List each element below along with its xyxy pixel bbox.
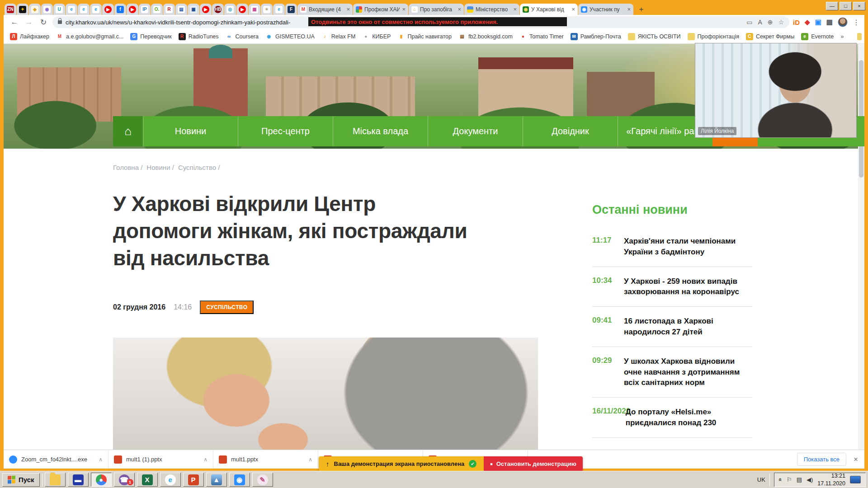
- pinned-tab-ie-4[interactable]: e: [273, 4, 285, 15]
- nav-dokumenty[interactable]: Документи: [428, 116, 523, 146]
- taskbar-viber[interactable]: ☎ 1: [114, 473, 135, 487]
- bookmark-rambler-mail[interactable]: ✉ Рамблер-Почта: [571, 33, 621, 40]
- language-indicator[interactable]: UK: [757, 476, 765, 483]
- diamond-extension-icon[interactable]: ◆: [805, 18, 810, 26]
- bookmark-proforientacia[interactable]: Профорієнтація: [688, 33, 739, 40]
- tab-pro-zapobiga[interactable]: ⌂ Про запобіга ×: [409, 4, 464, 15]
- news-list-item[interactable]: 16/11/2020 До порталу «Helsi.me» приєдна…: [592, 398, 752, 438]
- pinned-tab-echr[interactable]: ▦: [188, 4, 199, 15]
- pinned-tab-ip[interactable]: ІР: [139, 4, 151, 15]
- bookmark-evernote[interactable]: e Evernote: [801, 33, 834, 40]
- other-bookmarks-button[interactable]: Другие закладки: [857, 30, 864, 43]
- pinned-tab-flower[interactable]: ✶: [261, 4, 273, 15]
- tab-gmail-inbox[interactable]: M Входящие (4 ×: [297, 4, 353, 15]
- bookmark-price-navigator[interactable]: ▮ Прайс навигатор: [397, 33, 452, 40]
- pinned-tab-bulb[interactable]: ◉: [41, 4, 53, 15]
- pinned-tab-zn[interactable]: ZN: [5, 4, 16, 15]
- bookmarks-overflow-chevron[interactable]: »: [840, 33, 844, 40]
- reload-button[interactable]: ↻: [38, 18, 49, 27]
- id-extension-icon[interactable]: iD: [793, 19, 800, 26]
- stop-share-button[interactable]: ■ Остановить демонстрацию: [484, 456, 583, 471]
- bookmark-star-icon[interactable]: ☆: [778, 19, 784, 26]
- forward-button[interactable]: →: [24, 18, 34, 27]
- bookmark-yakist-osvity[interactable]: ЯКІСТЬ ОСВІТИ: [628, 33, 681, 40]
- bookmark-translate[interactable]: G Переводчик: [130, 33, 171, 40]
- taskbar-internet-explorer[interactable]: e: [160, 473, 181, 487]
- translate-icon[interactable]: A: [758, 19, 762, 26]
- breadcrumb-link[interactable]: Суспільство: [178, 164, 216, 171]
- monitor-icon[interactable]: [850, 476, 861, 483]
- bookmark-coursera[interactable]: ∞ Coursera: [226, 33, 259, 40]
- menu-kebab-icon[interactable]: ⋮: [853, 18, 860, 27]
- zoom-extension-icon[interactable]: ▣: [815, 18, 821, 26]
- pinned-tab-u[interactable]: U: [53, 4, 65, 15]
- chevron-up-icon[interactable]: ∧: [99, 456, 103, 463]
- taskbar-paint[interactable]: ✎: [252, 473, 273, 487]
- breadcrumb-link[interactable]: Головна: [113, 164, 139, 171]
- breadcrumb-link[interactable]: Новини: [146, 164, 170, 171]
- tab-close-icon[interactable]: ×: [571, 6, 575, 13]
- pinned-tab-facebook[interactable]: f: [114, 4, 126, 15]
- pinned-tab-youtube-2[interactable]: ▶: [127, 4, 138, 15]
- volume-icon[interactable]: ◀): [807, 476, 813, 483]
- pinned-tab-nv[interactable]: НВ: [212, 4, 224, 15]
- bookmark-sekret-firmy[interactable]: C Секрет Фирмы: [746, 33, 794, 40]
- pinned-tab-o[interactable]: O.: [151, 4, 163, 15]
- pinned-tab-ie-2[interactable]: e: [78, 4, 90, 15]
- nav-miska-vlada[interactable]: Міська влада: [333, 116, 428, 146]
- news-list-item[interactable]: 10:34 У Харкові - 259 нових випадів захв…: [592, 267, 752, 307]
- tab-ministerstvo[interactable]: Міністерство ×: [464, 4, 519, 15]
- tab-u-kharkovi[interactable]: ◉ У Харкові від ×: [520, 4, 578, 15]
- bookmark-radiotunes[interactable]: R RadioTunes: [179, 33, 219, 40]
- pinned-tab-youtube-4[interactable]: ▶: [236, 4, 248, 15]
- bookmark-relaxfm[interactable]: ♪ Relax FM: [321, 33, 355, 40]
- news-headline[interactable]: 16 листопада в Харкові народилося 27 діт…: [624, 316, 752, 338]
- category-badge[interactable]: СУСПІЛЬСТВО: [200, 300, 254, 314]
- new-tab-button[interactable]: +: [636, 4, 647, 15]
- tab-close-icon[interactable]: ×: [458, 6, 461, 13]
- tab-close-icon[interactable]: ×: [513, 6, 517, 13]
- profile-avatar[interactable]: [838, 17, 848, 27]
- puzzle-extension-icon[interactable]: ▩: [826, 18, 833, 26]
- taskbar-excel[interactable]: X: [137, 473, 158, 487]
- close-button[interactable]: ×: [853, 2, 865, 10]
- pinned-tab-grid[interactable]: ▦: [249, 4, 260, 15]
- tab-close-icon[interactable]: ×: [346, 6, 350, 13]
- pinned-tab-feather[interactable]: ◆: [29, 4, 41, 15]
- download-mult1[interactable]: mult1.pptx ∧: [213, 450, 318, 469]
- nav-dovidnyk[interactable]: Довідник: [523, 116, 618, 146]
- news-headline[interactable]: Харків'яни стали чемпіонами України з ба…: [624, 236, 752, 258]
- pinned-tab-swirl[interactable]: ◎: [224, 4, 236, 15]
- tab-close-icon[interactable]: ×: [402, 6, 406, 13]
- nav-novyny[interactable]: Новини: [143, 116, 238, 146]
- taskbar-chrome[interactable]: ●: [91, 473, 112, 487]
- nav-pres-centr[interactable]: Прес-центр: [238, 116, 333, 146]
- bookmark-kiber[interactable]: ● КИБЕР: [362, 33, 391, 40]
- maximize-button[interactable]: □: [840, 2, 852, 10]
- download-zoom-exe[interactable]: Zoom_cm_fo42lnkt....exe ∧: [4, 450, 108, 469]
- bookmark-gismeteo[interactable]: ◉ GISMETEO.UA: [265, 33, 315, 40]
- taskbar-powerpoint[interactable]: P: [183, 473, 204, 487]
- show-all-downloads-button[interactable]: Показать все: [797, 453, 846, 466]
- news-headline[interactable]: До порталу «Helsi.me» приєдналися понад …: [626, 407, 752, 428]
- news-list-item[interactable]: 11:17 Харків'яни стали чемпіонами Україн…: [592, 227, 752, 267]
- zoom-webcam-video[interactable]: Лілія Йолкіна: [695, 43, 857, 138]
- pinned-tab-youtube-3[interactable]: ▶: [200, 4, 212, 15]
- bookmark-gmail[interactable]: M a.e.golubov@gmail.c...: [56, 33, 123, 40]
- pinned-tab-doc[interactable]: ▤: [175, 4, 187, 15]
- flag-icon[interactable]: ⚐: [787, 476, 792, 483]
- pinned-tab-ie-1[interactable]: e: [66, 4, 77, 15]
- nav-home-button[interactable]: ⌂: [113, 116, 143, 146]
- tab-close-icon[interactable]: ×: [627, 6, 631, 13]
- taskbar-save-floppy[interactable]: ▬: [68, 473, 89, 487]
- pinned-tab-ie-3[interactable]: e: [90, 4, 102, 15]
- taskbar-zoom-app[interactable]: ◉: [229, 473, 250, 487]
- hidden-icons-chevron[interactable]: «: [779, 476, 782, 483]
- bookmark-booksgid[interactable]: ▤ fb2.booksgid.com: [458, 33, 513, 40]
- chevron-up-icon[interactable]: ∧: [308, 456, 312, 463]
- download-mult1-copy[interactable]: mult1 (1).pptx ∧: [108, 450, 213, 469]
- pinned-tab-r[interactable]: R: [163, 4, 175, 15]
- start-button[interactable]: Пуск: [2, 473, 40, 487]
- pinned-tab-youtube-1[interactable]: ▶: [102, 4, 114, 15]
- zoom-level-icon[interactable]: ⊕: [768, 19, 773, 26]
